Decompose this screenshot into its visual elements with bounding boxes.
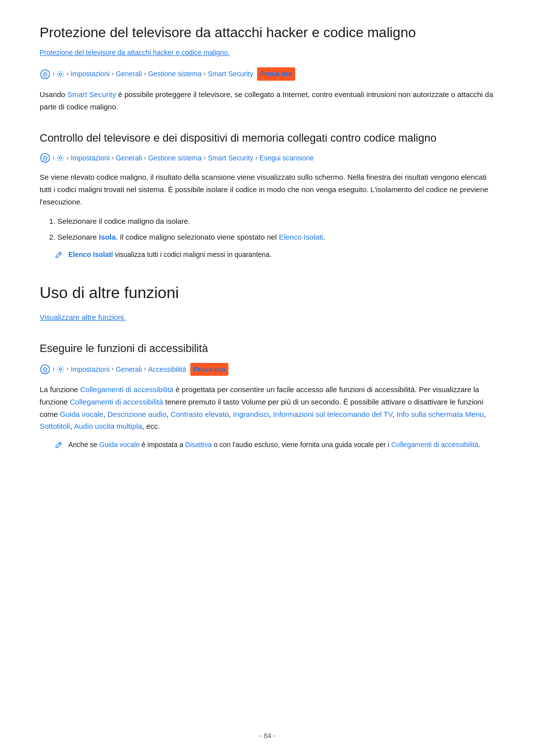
section1-title: Controllo del televisore e dei dispositi… xyxy=(40,131,495,146)
note-row-1: Elenco Isolati visualizza tutti i codici… xyxy=(54,250,495,260)
descrizione-audio-link[interactable]: Descrizione audio xyxy=(107,410,166,418)
svg-rect-7 xyxy=(44,370,47,372)
elenco-isolati-link-1[interactable]: Elenco Isolati xyxy=(279,233,323,241)
sep-2: › xyxy=(66,69,68,79)
settings-icon-2 xyxy=(56,154,64,162)
sottotitoli-link[interactable]: Sottotitoli xyxy=(40,422,70,430)
section1-block: Controllo del televisore e dei dispositi… xyxy=(40,131,495,260)
accessibility-body: La funzione Collegamenti di accessibilit… xyxy=(40,384,495,433)
elenco-isolati-link-2[interactable]: Elenco Isolati xyxy=(68,251,113,258)
breadcrumb-bar-2: › › Impostazioni › Generali › Gestione s… xyxy=(40,152,495,163)
svg-point-6 xyxy=(41,365,50,374)
svg-rect-1 xyxy=(44,75,47,77)
step-2: Selezionare Isola. Il codice maligno sel… xyxy=(57,231,495,244)
accessibility-title: Eseguire le funzioni di accessibilità xyxy=(40,341,495,356)
nav1-generali[interactable]: Generali xyxy=(116,68,142,79)
ingrandisci-link[interactable]: Ingrandisci xyxy=(233,410,269,418)
note-text-1: Elenco Isolati visualizza tutti i codici… xyxy=(68,250,271,260)
guida-vocale-link-1[interactable]: Guida vocale xyxy=(60,410,104,418)
nav2-smart-security[interactable]: Smart Security xyxy=(208,152,253,163)
note-text-2: Anche se Guida vocale è impostata a Disa… xyxy=(68,440,481,451)
collegamenti-link-3[interactable]: Collegamenti di accessibilità xyxy=(391,441,479,449)
home-icon-3[interactable] xyxy=(40,364,51,375)
collegamenti-link-1[interactable]: Collegamenti di accessibilità xyxy=(80,385,173,394)
sep-1: › xyxy=(53,69,54,79)
steps-list: Selezionare il codice maligno da isolare… xyxy=(40,215,495,244)
badge-prova-2: Prova ora xyxy=(190,363,228,376)
nav1-smart-security[interactable]: Smart Security xyxy=(208,68,253,79)
guida-vocale-link-2[interactable]: Guida vocale xyxy=(99,441,140,449)
uso-funzioni-title: Uso di altre funzioni xyxy=(40,280,495,305)
nav2-impostazioni[interactable]: Impostazioni xyxy=(71,152,110,163)
nav2-generali[interactable]: Generali xyxy=(116,152,142,163)
nav1-impostazioni[interactable]: Impostazioni xyxy=(71,68,110,79)
contrasto-elevato-link[interactable]: Contrasto elevato xyxy=(170,410,229,418)
collegamenti-link-2[interactable]: Collegamenti di accessibilità xyxy=(70,398,163,406)
visualizzare-altre-funzioni-link[interactable]: Visualizzare altre funzioni. xyxy=(40,313,126,321)
audio-multipla-link[interactable]: Audio uscita multipla xyxy=(74,422,142,430)
nav2-gestione-sistema[interactable]: Gestione sistema xyxy=(148,152,202,163)
breadcrumb-bar-1: › › Impostazioni › Generali › Gestione s… xyxy=(40,67,495,80)
nav2-esegui-scansione[interactable]: Esegui scansione xyxy=(260,152,314,163)
svg-point-8 xyxy=(59,368,61,370)
home-icon-2[interactable] xyxy=(40,152,51,163)
step-1: Selezionare il codice maligno da isolare… xyxy=(57,215,495,228)
pencil-icon-1 xyxy=(54,251,63,259)
nav3-generali[interactable]: Generali xyxy=(116,364,142,375)
note-row-2: Anche se Guida vocale è impostata a Disa… xyxy=(54,440,495,451)
info-telecomando-link[interactable]: Informazioni sul telecomando del TV xyxy=(273,410,392,418)
nav3-accessibilita[interactable]: Accessibilità xyxy=(148,364,186,375)
breadcrumb-bar-3: › › Impostazioni › Generali › Accessibil… xyxy=(40,363,495,376)
settings-icon-3 xyxy=(56,365,64,373)
page-number: - 84 - xyxy=(260,730,276,741)
isola-link[interactable]: Isola xyxy=(99,233,115,241)
uso-funzioni-section: Uso di altre funzioni Visualizzare altre… xyxy=(40,280,495,323)
svg-point-2 xyxy=(59,73,61,75)
disattiva-link[interactable]: Disattiva xyxy=(185,441,212,449)
info-schermata-link[interactable]: Info sulla schermata Menu xyxy=(396,410,483,418)
svg-point-0 xyxy=(41,70,50,79)
page-title: Protezione del televisore da attacchi ha… xyxy=(40,24,495,42)
title-breadcrumb-link[interactable]: Protezione del televisore da attacchi ha… xyxy=(40,49,230,56)
badge-prova-1: Prova ora xyxy=(257,67,295,80)
home-icon[interactable] xyxy=(40,69,51,80)
svg-rect-4 xyxy=(44,158,47,160)
intro-smart-security-link[interactable]: Smart Security xyxy=(67,90,116,99)
intro-text: Usando Smart Security è possibile proteg… xyxy=(40,89,495,113)
pencil-icon-2 xyxy=(54,441,63,450)
nav3-impostazioni[interactable]: Impostazioni xyxy=(71,364,110,375)
accessibility-section: Eseguire le funzioni di accessibilità › … xyxy=(40,341,495,451)
section1-body: Se viene rilevato codice maligno, il ris… xyxy=(40,171,495,208)
nav1-gestione-sistema[interactable]: Gestione sistema xyxy=(148,68,202,79)
settings-icon-1 xyxy=(56,70,64,78)
svg-point-3 xyxy=(41,153,50,162)
svg-point-5 xyxy=(59,157,61,159)
